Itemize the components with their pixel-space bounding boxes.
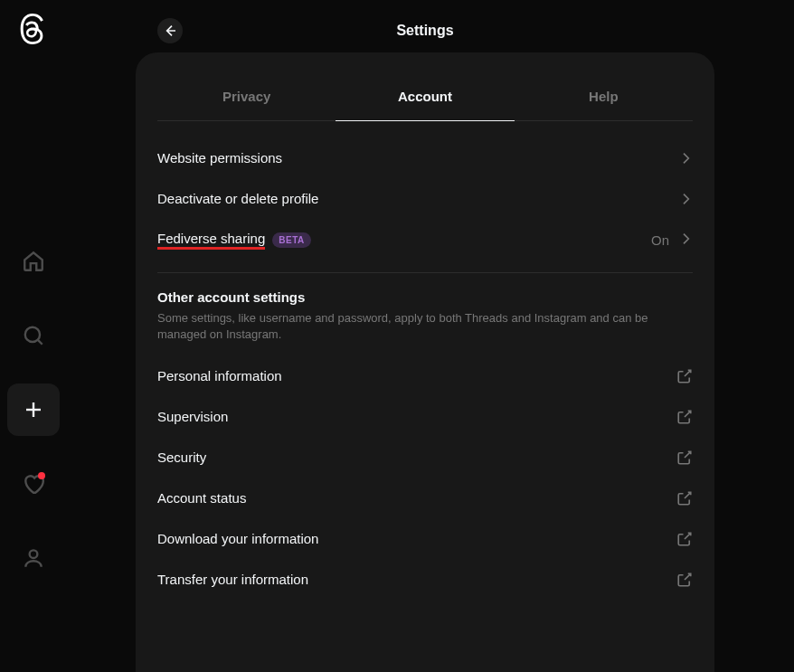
svg-point-0 — [25, 327, 40, 342]
settings-panel: Privacy Account Help Website permissions… — [136, 52, 714, 672]
row-label: Account status — [157, 490, 246, 506]
header-bar: Settings — [136, 9, 714, 52]
row-label: Personal information — [157, 368, 282, 383]
row-personal-information[interactable]: Personal information — [157, 355, 693, 396]
external-link-icon — [676, 450, 693, 466]
row-label: Download your information — [157, 531, 318, 546]
settings-tabs: Privacy Account Help — [157, 71, 693, 121]
row-download-information[interactable]: Download your information — [157, 518, 693, 559]
chevron-right-icon — [678, 151, 693, 166]
sidebar-nav — [7, 235, 60, 584]
tab-help[interactable]: Help — [515, 71, 693, 120]
app-logo[interactable] — [16, 13, 49, 45]
sidebar-activity[interactable] — [7, 458, 60, 510]
row-label: Deactivate or delete profile — [157, 191, 318, 206]
svg-point-4 — [30, 550, 38, 558]
external-link-icon — [676, 572, 693, 588]
row-security[interactable]: Security — [157, 437, 693, 478]
sidebar-profile[interactable] — [7, 532, 60, 584]
row-website-permissions[interactable]: Website permissions — [157, 137, 693, 178]
external-link-icon — [676, 490, 693, 506]
sidebar-search[interactable] — [7, 309, 60, 362]
row-account-status[interactable]: Account status — [157, 478, 693, 518]
row-transfer-information[interactable]: Transfer your information — [157, 559, 693, 600]
beta-badge: BETA — [272, 232, 310, 248]
row-label: Security — [157, 450, 206, 465]
row-value: On — [651, 232, 693, 249]
back-button[interactable] — [157, 18, 183, 43]
sidebar-home[interactable] — [7, 235, 60, 288]
other-settings-title: Other account settings — [157, 289, 693, 305]
row-label: Supervision — [157, 409, 228, 424]
chevron-right-icon — [678, 192, 693, 206]
page-title: Settings — [396, 23, 453, 39]
row-label: Website permissions — [157, 150, 282, 166]
section-divider — [157, 272, 693, 273]
row-fediverse-sharing[interactable]: Fediverse sharing BETA On — [157, 219, 693, 261]
sidebar-create[interactable] — [7, 383, 60, 436]
other-settings-subtitle: Some settings, like username and passwor… — [157, 310, 693, 343]
row-supervision[interactable]: Supervision — [157, 396, 693, 437]
svg-line-1 — [38, 340, 43, 345]
external-link-icon — [676, 409, 693, 425]
fediverse-label-text: Fediverse sharing — [157, 231, 265, 250]
tab-privacy[interactable]: Privacy — [157, 71, 336, 120]
fediverse-status-value: On — [651, 232, 669, 248]
row-label: Fediverse sharing BETA — [157, 231, 311, 250]
notification-dot-icon — [38, 472, 45, 479]
external-link-icon — [676, 368, 693, 384]
chevron-right-icon — [678, 232, 693, 249]
external-link-icon — [676, 531, 693, 547]
row-deactivate[interactable]: Deactivate or delete profile — [157, 178, 693, 219]
row-label: Transfer your information — [157, 572, 308, 587]
tab-account[interactable]: Account — [336, 71, 514, 120]
